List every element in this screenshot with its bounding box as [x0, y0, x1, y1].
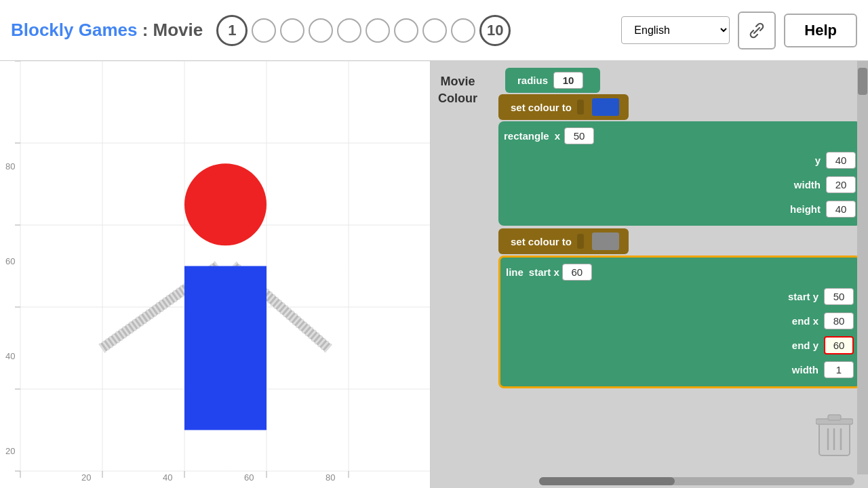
start-x-value[interactable]: 60: [562, 264, 592, 281]
end-x-value[interactable]: 80: [824, 312, 854, 329]
start-y-label: start y: [788, 291, 818, 302]
canvas-area: 80 60 40 20 20 40 60 80: [0, 61, 431, 488]
level-4[interactable]: [309, 18, 333, 43]
colour-grey-swatch[interactable]: [592, 232, 619, 250]
end-y-label: end y: [792, 340, 818, 351]
sidebar-movie-label: Movie: [440, 75, 475, 89]
x-label-80: 80: [326, 472, 335, 483]
rect-y-value[interactable]: 40: [826, 152, 856, 169]
sidebar-colour-label: Colour: [438, 92, 477, 106]
rect-h-row: height 40: [504, 197, 856, 220]
set-colour-blue-row: set colour to: [492, 94, 861, 120]
y-label-80: 80: [5, 161, 15, 171]
title-movie: Movie: [153, 20, 203, 40]
rect-height-label: height: [790, 203, 821, 215]
rect-w-row: width 20: [504, 173, 856, 196]
title-games: Games: [74, 20, 138, 40]
radius-value[interactable]: 10: [553, 72, 583, 89]
set-colour-blue-block[interactable]: set colour to: [498, 94, 629, 120]
start-y-row: start y 50: [506, 285, 854, 308]
radius-block-row: radius 10: [492, 68, 861, 93]
line-width-row: width 1: [506, 358, 854, 381]
set-colour-grey-label: set colour to: [508, 236, 572, 247]
trash-icon: [814, 413, 854, 461]
rect-label: rectangle: [504, 130, 549, 142]
link-icon: [747, 21, 766, 40]
end-x-label: end x: [792, 315, 818, 327]
level-8[interactable]: [422, 18, 447, 43]
level-1[interactable]: 1: [216, 15, 248, 46]
start-y-value[interactable]: 50: [824, 288, 854, 305]
topbar: Blockly Games : Movie 1 10 English Españ…: [0, 0, 868, 61]
y-label-20: 20: [5, 446, 15, 456]
level-5[interactable]: [337, 18, 361, 43]
level-3[interactable]: [280, 18, 304, 43]
radius-block[interactable]: radius 10: [505, 68, 600, 93]
line-header-row: line start x 60: [506, 260, 854, 283]
line-width-label: width: [792, 364, 818, 375]
level-9[interactable]: [451, 18, 475, 43]
rect-x-value[interactable]: 50: [564, 127, 594, 144]
end-y-value[interactable]: 60: [824, 336, 854, 354]
level-7[interactable]: [394, 18, 418, 43]
notch-grey: [577, 234, 584, 249]
level-6[interactable]: [366, 18, 390, 43]
title-blockly: Blockly: [11, 20, 74, 40]
colour-blue-swatch[interactable]: [592, 98, 619, 116]
main-area: 80 60 40 20 20 40 60 80 Movie Colour rad…: [0, 61, 868, 488]
rect-width-value[interactable]: 20: [826, 176, 856, 193]
end-y-row: end y 60: [506, 333, 854, 357]
set-colour-blue-label: set colour to: [508, 102, 572, 113]
y-label-40: 40: [5, 351, 15, 361]
blocks-workspace[interactable]: radius 10 set colour to rectangle x 50: [485, 61, 868, 488]
radius-label: radius: [515, 75, 548, 86]
y-label-60: 60: [5, 256, 15, 266]
scene-canvas: [0, 61, 431, 488]
rect-height-value[interactable]: 40: [826, 201, 856, 218]
app-title: Blockly Games : Movie: [11, 20, 203, 41]
x-label-40: 40: [163, 472, 172, 483]
set-colour-grey-row: set colour to: [492, 228, 861, 254]
trash-svg: [816, 413, 853, 458]
x-label-60: 60: [244, 472, 254, 483]
svg-rect-2: [828, 415, 841, 420]
line-label: line: [506, 266, 524, 278]
line-width-value[interactable]: 1: [824, 361, 854, 378]
rect-width-label: width: [794, 179, 821, 190]
set-colour-grey-block[interactable]: set colour to: [498, 228, 629, 254]
rect-y-label: y: [815, 155, 821, 166]
rectangle-block-container: rectangle x 50 y 40 width 20 height 40: [498, 121, 861, 226]
blocks-sidebar: Movie Colour: [431, 61, 485, 488]
start-x-label: start x: [529, 266, 559, 278]
title-colon: :: [137, 20, 153, 40]
rect-x-label: x: [555, 130, 560, 142]
vertical-scrollbar[interactable]: [857, 61, 868, 474]
horizontal-scrollbar-thumb[interactable]: [539, 477, 675, 485]
language-select[interactable]: English Español Français: [621, 16, 730, 44]
line-block-container: line start x 60 start y 50 end x 80 end …: [498, 256, 861, 388]
notch-blue: [577, 100, 584, 115]
level-10[interactable]: 10: [479, 15, 511, 46]
x-label-20: 20: [81, 472, 91, 483]
rect-header-row: rectangle x 50: [504, 124, 856, 147]
horizontal-scrollbar[interactable]: [539, 477, 854, 485]
vertical-scrollbar-thumb[interactable]: [858, 68, 867, 95]
help-button[interactable]: Help: [784, 14, 857, 47]
level-2[interactable]: [252, 18, 276, 43]
rect-y-row: y 40: [504, 148, 856, 171]
right-panel: Movie Colour radius 10 set colour to: [431, 61, 868, 488]
end-x-row: end x 80: [506, 309, 854, 332]
link-button[interactable]: [738, 12, 776, 49]
levels-container: 1 10: [216, 15, 511, 46]
